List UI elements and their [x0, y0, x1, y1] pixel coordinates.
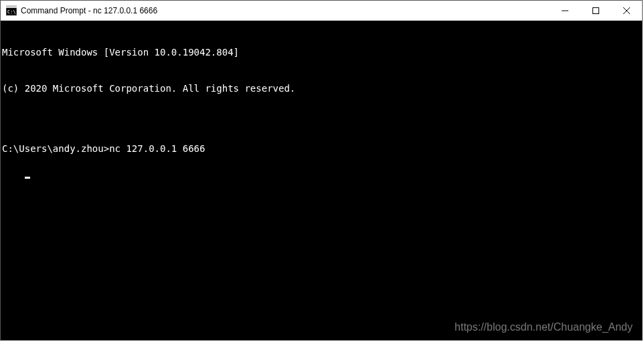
svg-rect-4 [593, 7, 599, 13]
cursor [25, 177, 30, 179]
prompt-text: C:\Users\andy.zhou> [2, 143, 109, 154]
window-title: Command Prompt - nc 127.0.0.1 6666 [21, 6, 157, 15]
window-controls [550, 1, 642, 20]
terminal-area[interactable]: Microsoft Windows [Version 10.0.19042.80… [1, 21, 642, 340]
svg-rect-1 [6, 6, 17, 8]
cmd-icon: C:\ [6, 5, 17, 16]
titlebar: C:\ Command Prompt - nc 127.0.0.1 6666 [1, 1, 642, 21]
close-button[interactable] [611, 1, 642, 20]
svg-text:C:\: C:\ [7, 9, 16, 15]
maximize-button[interactable] [580, 1, 611, 20]
terminal-prompt-line: C:\Users\andy.zhou>nc 127.0.0.1 6666 [2, 143, 642, 155]
minimize-button[interactable] [550, 1, 580, 20]
terminal-line: Microsoft Windows [Version 10.0.19042.80… [2, 46, 642, 58]
command-prompt-window: C:\ Command Prompt - nc 127.0.0.1 6666 M… [0, 0, 643, 341]
title-left: C:\ Command Prompt - nc 127.0.0.1 6666 [1, 5, 550, 16]
command-text: nc 127.0.0.1 6666 [109, 143, 205, 154]
watermark-text: https://blog.csdn.net/Chuangke_Andy [455, 321, 633, 333]
terminal-line: (c) 2020 Microsoft Corporation. All righ… [2, 82, 642, 94]
